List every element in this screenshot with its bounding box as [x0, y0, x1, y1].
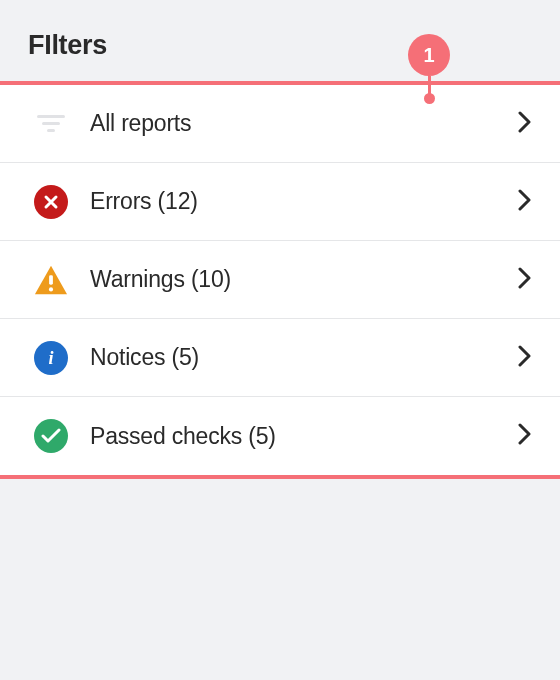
chevron-right-icon	[518, 111, 532, 137]
chevron-right-icon	[518, 267, 532, 293]
filter-item-all-reports[interactable]: All reports	[0, 85, 560, 163]
filters-header: FIlters 1	[0, 0, 560, 81]
filter-item-label: Notices (5)	[90, 344, 518, 371]
filter-item-warnings[interactable]: Warnings (10)	[0, 241, 560, 319]
check-circle-icon	[34, 419, 68, 453]
filter-item-label: Errors (12)	[90, 188, 518, 215]
filters-list: All reports Errors (12) Warnings (10)	[0, 81, 560, 479]
filter-item-label: All reports	[90, 110, 518, 137]
chevron-right-icon	[518, 345, 532, 371]
filter-item-notices[interactable]: i Notices (5)	[0, 319, 560, 397]
annotation-marker: 1	[408, 34, 450, 104]
filter-lines-icon	[34, 107, 68, 141]
svg-point-1	[49, 287, 53, 291]
warning-triangle-icon	[34, 263, 68, 297]
filter-item-label: Warnings (10)	[90, 266, 518, 293]
annotation-badge: 1	[408, 34, 450, 76]
filter-item-errors[interactable]: Errors (12)	[0, 163, 560, 241]
svg-rect-0	[49, 275, 53, 284]
chevron-right-icon	[518, 189, 532, 215]
page-title: FIlters	[28, 30, 532, 61]
info-circle-icon: i	[34, 341, 68, 375]
filter-item-passed-checks[interactable]: Passed checks (5)	[0, 397, 560, 475]
annotation-dot	[424, 93, 435, 104]
annotation-stem	[428, 76, 431, 94]
error-circle-icon	[34, 185, 68, 219]
chevron-right-icon	[518, 423, 532, 449]
filter-item-label: Passed checks (5)	[90, 423, 518, 450]
